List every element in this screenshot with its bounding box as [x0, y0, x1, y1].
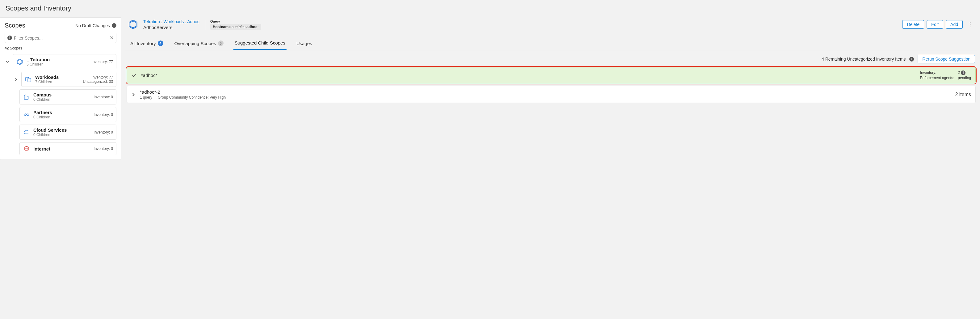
no-draft-label: No Draft Changes: [75, 23, 110, 28]
remaining-text: 4 Remaining Uncategorized Inventory Item…: [822, 57, 905, 62]
scope-tree: ⊞ Tetration 5 Children Inventory: 77: [5, 54, 116, 155]
card-title: *adhoc*: [141, 73, 916, 78]
info-icon[interactable]: i: [961, 70, 966, 75]
query-field: Hostname: [213, 25, 231, 29]
tab-label: Overlapping Scopes: [175, 41, 216, 46]
scope-count: 42 Scopes: [5, 46, 116, 50]
suggestion-cards: *adhoc* Inventory: 2 i Enforcement agent…: [126, 67, 977, 103]
tab-badge: 0: [218, 40, 224, 46]
node-inventory: Inventory: 0: [94, 147, 113, 151]
node-title: Workloads: [35, 75, 59, 80]
tab-badge: 4: [158, 40, 163, 46]
node-children: 0 Children: [33, 115, 52, 119]
node-inventory: Inventory: 77: [92, 60, 113, 64]
workloads-icon: [25, 76, 32, 83]
add-button[interactable]: Add: [946, 20, 963, 29]
node-inventory: Inventory: 0: [94, 95, 113, 99]
header-actions: Delete Edit Add ⋮: [902, 20, 975, 29]
inventory-value: 2 i: [958, 70, 971, 75]
node-title: Campus: [33, 92, 52, 97]
breadcrumb-workloads[interactable]: Workloads: [163, 19, 184, 24]
tab-usages[interactable]: Usages: [295, 37, 313, 50]
detail-header: Tetration : Workloads : Adhoc AdhocServe…: [126, 17, 977, 32]
filter-scopes-field[interactable]: i ✕: [5, 33, 116, 43]
node-title: Internet: [33, 146, 50, 152]
rerun-scope-suggestion-button[interactable]: Rerun Scope Suggestion: [918, 55, 975, 63]
cloud-icon: [23, 129, 30, 136]
node-children: 0 Children: [33, 97, 52, 102]
tree-row-workloads[interactable]: Workloads 7 Children Inventory: 77 Uncat…: [13, 72, 116, 87]
tab-all-inventory[interactable]: All Inventory 4: [129, 37, 165, 50]
enforcement-value: pending: [958, 76, 971, 80]
tree-row-internet[interactable]: Internet Inventory: 0: [19, 142, 116, 155]
node-children: 5 Children: [27, 62, 50, 67]
breadcrumb: Tetration : Workloads : Adhoc: [143, 19, 199, 24]
node-children: 7 Children: [35, 80, 59, 84]
chevron-right-icon[interactable]: [13, 78, 19, 81]
node-inventory: Inventory: 77: [83, 75, 113, 80]
query-label: Query: [210, 19, 261, 23]
node-uncategorized: Uncategorized: 33: [83, 80, 113, 84]
scopes-title: Scopes: [5, 22, 25, 29]
node-title: Tetration: [30, 57, 50, 62]
node-children: 0 Children: [33, 132, 67, 137]
main-area: Scopes No Draft Changes i i ✕ 42 Scopes: [0, 17, 980, 160]
card-title: *adhoc*-2: [140, 89, 951, 94]
chevron-right-icon[interactable]: [131, 93, 135, 97]
node-title: Cloud Services: [33, 128, 67, 132]
scopes-panel-header: Scopes No Draft Changes i: [5, 22, 116, 29]
detail-panel: Tetration : Workloads : Adhoc AdhocServe…: [121, 17, 980, 160]
edit-button[interactable]: Edit: [927, 20, 943, 29]
scopes-panel: Scopes No Draft Changes i i ✕ 42 Scopes: [0, 17, 121, 160]
more-menu-icon[interactable]: ⋮: [965, 21, 975, 28]
filter-scopes-input[interactable]: [14, 35, 108, 40]
query-op: contains: [232, 25, 245, 29]
card-confidence: Group Community Confidence: Very High: [158, 95, 226, 99]
scope-count-value: 42: [5, 46, 9, 50]
enforcement-label: Enforcement agents:: [920, 76, 955, 80]
node-title: Partners: [33, 110, 52, 115]
svg-rect-1: [28, 78, 31, 82]
breadcrumb-tetration[interactable]: Tetration: [143, 19, 160, 24]
scope-name: AdhocServers: [143, 25, 199, 30]
suggestion-card[interactable]: *adhoc*-2 1 query Group Community Confid…: [127, 86, 976, 103]
tab-label: All Inventory: [130, 41, 156, 46]
no-draft-changes: No Draft Changes i: [75, 23, 116, 28]
tabs: All Inventory 4 Overlapping Scopes 0 Sug…: [126, 37, 977, 50]
query-block: Query Hostname contains adhoc-: [205, 19, 261, 30]
tab-label: Suggested Child Scopes: [235, 40, 285, 45]
tab-overlapping-scopes[interactable]: Overlapping Scopes 0: [173, 37, 225, 50]
cube-icon: [16, 58, 24, 65]
node-inventory: Inventory: 0: [94, 130, 113, 134]
building-icon: [23, 93, 30, 101]
handshake-icon: [23, 111, 30, 118]
info-icon[interactable]: i: [909, 57, 914, 62]
check-icon: [131, 73, 137, 78]
node-inventory: Inventory: 0: [94, 113, 113, 117]
breadcrumb-adhoc[interactable]: Adhoc: [187, 19, 199, 24]
suggestion-card-selected[interactable]: *adhoc* Inventory: 2 i Enforcement agent…: [127, 67, 976, 83]
tree-row-cloud[interactable]: Cloud Services 0 Children Inventory: 0: [19, 124, 116, 140]
tree-row-tetration[interactable]: ⊞ Tetration 5 Children Inventory: 77: [5, 54, 116, 69]
tree-row-campus[interactable]: Campus 0 Children Inventory: 0: [19, 89, 116, 104]
sub-bar: 4 Remaining Uncategorized Inventory Item…: [126, 50, 977, 67]
chevron-down-icon[interactable]: [5, 60, 10, 64]
delete-button[interactable]: Delete: [902, 20, 924, 29]
page-title: Scopes and Inventory: [0, 0, 980, 17]
query-chip: Hostname contains adhoc-: [210, 24, 261, 30]
cube-icon: [127, 19, 139, 30]
filter-icon: i: [7, 35, 12, 40]
crumb-sep: :: [160, 19, 164, 24]
tab-label: Usages: [296, 41, 312, 46]
crumb-sep: :: [184, 19, 187, 24]
card-query-count: 1 query: [140, 95, 152, 99]
card-items-count: 2 items: [955, 92, 971, 97]
scope-count-label: Scopes: [10, 46, 22, 50]
tree-row-partners[interactable]: Partners 0 Children Inventory: 0: [19, 107, 116, 122]
query-value: adhoc-: [247, 25, 258, 29]
clear-icon[interactable]: ✕: [110, 35, 114, 41]
tab-suggested-child-scopes[interactable]: Suggested Child Scopes: [234, 37, 286, 50]
info-icon[interactable]: i: [112, 23, 116, 28]
inventory-label: Inventory:: [920, 70, 955, 75]
globe-icon: [23, 145, 30, 152]
